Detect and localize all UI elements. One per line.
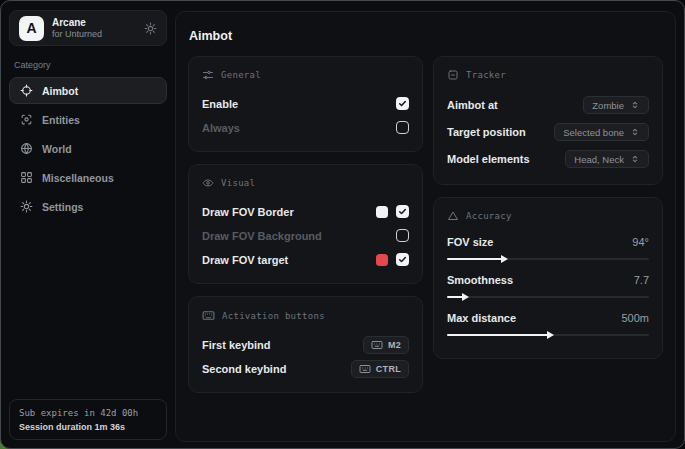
visual-card: Visual Draw FOV Border Draw FOV Backgrou…	[188, 164, 423, 284]
sidebar-item-aimbot[interactable]: Aimbot	[9, 77, 167, 104]
keyboard-icon	[202, 309, 215, 322]
sub-expiry-text: Sub expires in 42d 00h	[19, 408, 157, 418]
square-minus-icon	[447, 69, 459, 81]
card-title: Visual	[221, 178, 255, 188]
target-position-dropdown[interactable]: Selected bone	[554, 123, 649, 141]
setting-label: Second keybind	[202, 363, 286, 375]
gear-icon[interactable]	[144, 22, 157, 35]
setting-label: Draw FOV Background	[202, 230, 322, 242]
smoothness-slider[interactable]	[447, 292, 649, 302]
setting-label: Max distance	[447, 312, 516, 324]
fov-size-slider[interactable]	[447, 254, 649, 264]
setting-row-model-elements: Model elements Head, Neck	[447, 146, 649, 172]
slider-track	[447, 296, 649, 298]
slider-value: 500m	[621, 312, 649, 324]
sliders-icon	[202, 69, 214, 81]
setting-row-smoothness: Smoothness 7.7	[447, 271, 649, 302]
setting-row-fov-border: Draw FOV Border	[202, 200, 409, 223]
setting-label: Draw FOV Border	[202, 206, 294, 218]
page-title: Aimbot	[189, 29, 663, 43]
chevrons-up-down-icon	[630, 154, 640, 164]
chevrons-up-down-icon	[630, 100, 640, 110]
second-keybind-button[interactable]: CTRL	[351, 360, 409, 378]
fov-target-checkbox[interactable]	[396, 253, 409, 266]
sidebar-item-label: World	[42, 143, 72, 155]
max-distance-slider[interactable]	[447, 330, 649, 340]
setting-label: Target position	[447, 126, 526, 138]
slider-fill[interactable]	[447, 296, 463, 298]
app-logo: A	[19, 16, 44, 41]
brand-card: A Arcane for Unturned	[9, 10, 167, 46]
slider-fill[interactable]	[447, 258, 502, 260]
entities-icon	[20, 113, 33, 126]
sidebar-item-entities[interactable]: Entities	[9, 106, 167, 133]
card-title: Tracker	[466, 70, 506, 80]
right-column: Tracker Aimbot at Zombie Target position	[433, 56, 663, 405]
sidebar: A Arcane for Unturned Category A	[1, 1, 175, 448]
tracker-card-header: Tracker	[447, 69, 649, 81]
setting-label: Always	[202, 122, 240, 134]
crosshair-icon	[20, 84, 33, 97]
model-elements-dropdown[interactable]: Head, Neck	[565, 150, 649, 168]
card-title: Activation buttons	[222, 311, 325, 321]
first-keybind-button[interactable]: M2	[363, 336, 409, 354]
activation-card-header: Activation buttons	[202, 309, 409, 322]
setting-label: Draw FOV target	[202, 254, 288, 266]
sidebar-item-label: Entities	[42, 114, 80, 126]
sidebar-item-settings[interactable]: Settings	[9, 193, 167, 220]
grid-icon	[20, 171, 33, 184]
subscription-card: Sub expires in 42d 00h Session duration …	[9, 399, 167, 440]
keyboard-icon	[359, 363, 371, 375]
setting-row-second-keybind: Second keybind CTRL	[202, 357, 409, 380]
sidebar-item-label: Miscellaneous	[42, 172, 114, 184]
setting-label: Model elements	[447, 153, 530, 165]
tracker-card: Tracker Aimbot at Zombie Target position	[433, 56, 663, 185]
globe-icon	[20, 142, 33, 155]
always-checkbox[interactable]	[396, 121, 409, 134]
setting-row-first-keybind: First keybind M2	[202, 333, 409, 356]
setting-row-aimbot-at: Aimbot at Zombie	[447, 92, 649, 118]
fov-border-color-swatch[interactable]	[376, 206, 388, 218]
dropdown-value: Zombie	[592, 100, 624, 111]
sidebar-item-world[interactable]: World	[9, 135, 167, 162]
setting-label: Aimbot at	[447, 99, 498, 111]
sidebar-item-label: Aimbot	[42, 85, 78, 97]
keybind-value: CTRL	[376, 364, 401, 374]
sidebar-item-miscellaneous[interactable]: Miscellaneous	[9, 164, 167, 191]
general-card: General Enable Always	[188, 56, 423, 152]
visual-card-header: Visual	[202, 177, 409, 189]
fov-background-checkbox[interactable]	[396, 229, 409, 242]
slider-fill[interactable]	[447, 334, 548, 336]
triangle-icon	[447, 210, 459, 222]
left-column: General Enable Always	[188, 56, 423, 405]
setting-row-max-distance: Max distance 500m	[447, 309, 649, 340]
eye-icon	[202, 177, 214, 189]
setting-label: Smoothness	[447, 274, 513, 286]
setting-row-fov-background: Draw FOV Background	[202, 224, 409, 247]
accuracy-card-header: Accuracy	[447, 210, 649, 222]
setting-row-target-position: Target position Selected bone	[447, 119, 649, 145]
slider-value: 94°	[632, 236, 649, 248]
fov-border-checkbox[interactable]	[396, 205, 409, 218]
session-duration-text: Session duration 1m 36s	[19, 422, 157, 432]
dropdown-value: Selected bone	[563, 127, 624, 138]
setting-row-fov-target: Draw FOV target	[202, 248, 409, 271]
dropdown-value: Head, Neck	[574, 154, 624, 165]
main-panel: Aimbot General Enable	[175, 11, 676, 442]
card-title: General	[221, 70, 261, 80]
setting-row-enable: Enable	[202, 92, 409, 115]
slider-value: 7.7	[634, 274, 649, 286]
brand-text: Arcane for Unturned	[52, 17, 102, 40]
setting-label: First keybind	[202, 339, 270, 351]
setting-row-fov-size: FOV size 94°	[447, 233, 649, 264]
sidebar-item-label: Settings	[42, 201, 83, 213]
chevrons-up-down-icon	[630, 127, 640, 137]
gear-icon	[20, 200, 33, 213]
fov-target-color-swatch[interactable]	[376, 254, 388, 266]
app-window: A Arcane for Unturned Category A	[0, 0, 685, 449]
enable-checkbox[interactable]	[396, 97, 409, 110]
setting-row-always: Always	[202, 116, 409, 139]
aimbot-at-dropdown[interactable]: Zombie	[583, 96, 649, 114]
app-title: Arcane	[52, 17, 102, 29]
setting-label: Enable	[202, 98, 238, 110]
